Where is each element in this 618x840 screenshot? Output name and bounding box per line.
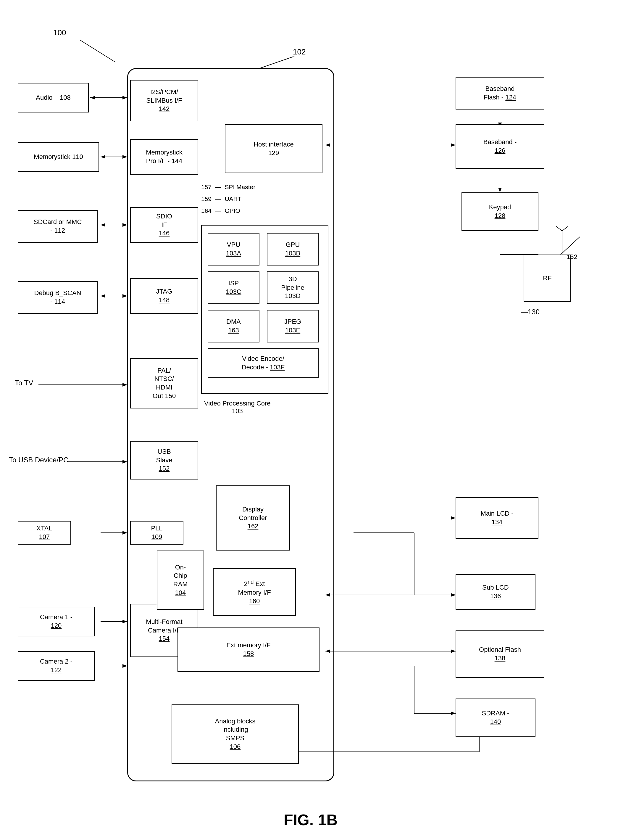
camera2-label: Camera 2 -122: [40, 657, 73, 674]
audio-box: Audio – 108: [18, 83, 89, 112]
gpu-label: GPU103B: [285, 241, 300, 258]
usb-slave-box: USBSlave152: [130, 441, 198, 480]
svg-line-34: [562, 226, 568, 231]
uart-label: 159 — UART: [201, 195, 241, 203]
ext-mem2-label: 2nd ExtMemory I/F160: [238, 578, 271, 605]
sdram-box: SDRAM -140: [456, 699, 535, 737]
vpu-label: VPU103A: [226, 241, 241, 258]
debug-box: Debug B_SCAN- 114: [18, 281, 98, 314]
main-lcd-box: Main LCD -134: [456, 497, 538, 539]
video-core-box: VPU103A GPU103B ISP103C 3DPipeline103D D…: [201, 225, 328, 394]
mempro-box: MemorystickPro I/F - 144: [130, 139, 198, 175]
dma-box: DMA163: [208, 310, 260, 343]
diagram: 100 102 Audio – 108 Memorystick 110 SDCa…: [0, 0, 618, 840]
ref-100: 100: [53, 28, 66, 37]
pipeline3d-label: 3DPipeline103D: [281, 275, 304, 301]
ref-102: 102: [293, 48, 306, 57]
baseband-label: Baseband -126: [483, 138, 517, 155]
sdio-label: SDIOIF146: [156, 212, 172, 238]
host-if-box: Host interface129: [225, 124, 322, 173]
keypad-label: Keypad128: [489, 203, 511, 220]
optional-flash-label: Optional Flash138: [479, 646, 521, 663]
on-chip-ram-box: On-ChipRAM104: [157, 551, 204, 610]
fig-title: FIG. 1B: [222, 811, 400, 829]
pipeline3d-box: 3DPipeline103D: [267, 271, 319, 304]
i2s-box: I2S/PCM/SLIMBus I/F142: [130, 80, 198, 121]
svg-line-5: [260, 55, 299, 68]
sdcard-label: SDCard or MMC- 112: [34, 218, 82, 235]
analog-box: Analog blocksincludingSMPS106: [172, 704, 299, 764]
display-ctrl-box: DisplayController162: [216, 486, 290, 551]
antenna-svg: 132: [553, 225, 589, 261]
pll-label: PLL109: [151, 524, 162, 541]
pll-box: PLL109: [130, 521, 183, 545]
gpu-box: GPU103B: [267, 233, 319, 265]
main-chip: [127, 68, 334, 781]
pal-box: PAL/NTSC/HDMIOut 150: [130, 358, 198, 408]
analog-label: Analog blocksincludingSMPS106: [215, 717, 256, 751]
jtag-box: JTAG148: [130, 278, 198, 314]
optional-flash-box: Optional Flash138: [456, 630, 544, 678]
dma-label: DMA163: [226, 317, 241, 334]
svg-line-33: [556, 226, 562, 231]
camera2-box: Camera 2 -122: [18, 651, 95, 681]
sdio-box: SDIOIF146: [130, 207, 198, 243]
svg-text:132: 132: [566, 253, 578, 261]
gpio-label: 164 — GPIO: [201, 207, 240, 214]
isp-label: ISP103C: [226, 279, 241, 296]
rf-130-label: —130: [521, 308, 539, 316]
jtag-label: JTAG148: [156, 287, 172, 304]
ext-mem2-box: 2nd ExtMemory I/F160: [213, 568, 296, 616]
mempro-label: MemorystickPro I/F - 144: [146, 148, 182, 165]
ext-mem-box: Ext memory I/F158: [177, 627, 319, 672]
on-chip-ram-label: On-ChipRAM104: [173, 563, 188, 597]
spi-label: 157 — SPI Master: [201, 183, 255, 191]
baseband-box: Baseband -126: [456, 124, 544, 169]
baseband-flash-box: BasebandFlash - 124: [456, 77, 544, 110]
memorystick-box: Memorystick 110: [18, 142, 99, 172]
display-ctrl-label: DisplayController162: [239, 505, 267, 531]
svg-line-4: [80, 40, 115, 62]
main-lcd-label: Main LCD -134: [480, 509, 513, 526]
sub-lcd-box: Sub LCD136: [456, 574, 535, 610]
xtal-box: XTAL107: [18, 521, 71, 545]
jpeg-box: JPEG103E: [267, 310, 319, 343]
jpeg-label: JPEG103E: [284, 317, 301, 334]
vpu-box: VPU103A: [208, 233, 260, 265]
rf-label: RF: [543, 274, 551, 283]
sdcard-box: SDCard or MMC- 112: [18, 210, 98, 243]
video-encode-box: Video Encode/Decode - 103F: [208, 349, 319, 378]
usb-slave-label: USBSlave152: [156, 448, 172, 473]
memorystick-label: Memorystick 110: [34, 153, 83, 161]
camera-if-label: Multi-FormatCamera I/F154: [146, 618, 182, 643]
keypad-box: Keypad128: [462, 192, 538, 231]
debug-label: Debug B_SCAN- 114: [34, 289, 81, 306]
host-if-label: Host interface129: [254, 140, 294, 157]
video-core-label: Video Processing Core 103: [204, 399, 271, 415]
xtal-label: XTAL107: [36, 524, 52, 541]
camera1-label: Camera 1 -120: [40, 613, 73, 630]
to-usb-label: To USB Device/PC: [9, 456, 68, 464]
rf-box: RF: [524, 255, 571, 302]
i2s-label: I2S/PCM/SLIMBus I/F142: [146, 88, 182, 113]
ext-mem-label: Ext memory I/F158: [226, 641, 270, 658]
audio-label: Audio – 108: [36, 94, 70, 102]
isp-box: ISP103C: [208, 271, 260, 304]
to-tv-label: To TV: [15, 379, 33, 387]
camera1-box: Camera 1 -120: [18, 607, 95, 636]
baseband-flash-label: BasebandFlash - 124: [484, 85, 516, 101]
pal-label: PAL/NTSC/HDMIOut 150: [153, 366, 176, 400]
sdram-label: SDRAM -140: [482, 709, 510, 726]
sub-lcd-label: Sub LCD136: [482, 583, 508, 600]
video-encode-label: Video Encode/Decode - 103F: [242, 354, 285, 371]
